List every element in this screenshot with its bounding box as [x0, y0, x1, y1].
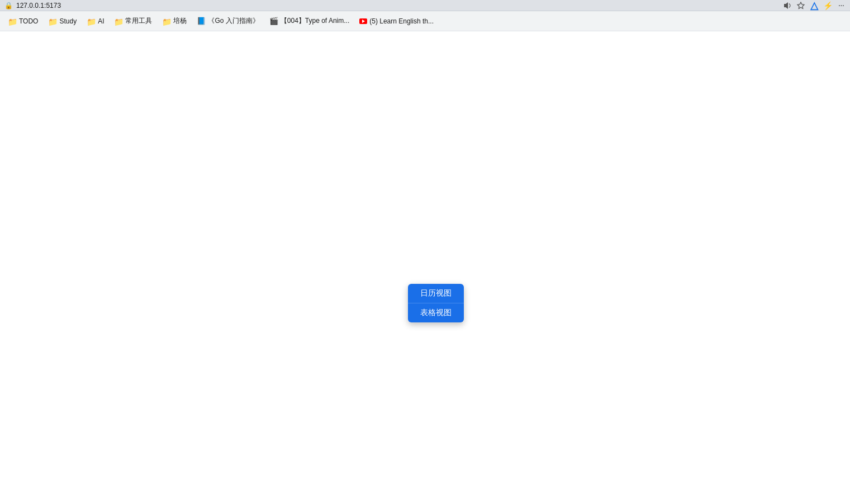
bookmark-type-anim[interactable]: 🎬 【004】Type of Anim...: [265, 14, 354, 28]
folder-icon-yangchang: [162, 17, 171, 25]
browser-top-bar: 🔒 127.0.0.1:5173 △ ⚡ ···: [0, 0, 850, 11]
read-aloud-icon[interactable]: [783, 1, 792, 10]
bookmark-study[interactable]: Study: [44, 15, 81, 27]
context-popup-menu: 日历视图 表格视图: [408, 284, 464, 322]
bookmark-yangchang-label: 培杨: [173, 16, 187, 26]
bookmark-learn-english[interactable]: (5) Learn English th...: [355, 15, 438, 27]
bookmarks-bar: TODO Study AI 常用工具 培杨 📘 《Go 入门指南》 🎬 【004…: [0, 11, 850, 31]
folder-icon-ai: [87, 17, 96, 25]
extensions-icon[interactable]: ⚡: [823, 1, 832, 10]
bookmark-todo[interactable]: TODO: [3, 15, 42, 27]
youtube-favicon: [359, 18, 367, 24]
bookmark-go-guide-label: 《Go 入门指南》: [208, 16, 259, 26]
profile-icon[interactable]: △: [810, 1, 819, 10]
url-text: 127.0.0.1:5173: [16, 2, 61, 9]
browser-top-right-icons: △ ⚡ ···: [783, 1, 846, 10]
type-anim-favicon: 🎬: [269, 17, 278, 26]
main-content: 日历视图 表格视图: [0, 31, 850, 504]
more-options-icon[interactable]: ···: [837, 1, 846, 10]
bookmark-study-label: Study: [59, 17, 77, 25]
bookmark-yangchang[interactable]: 培杨: [158, 14, 191, 28]
bookmark-type-anim-label: 【004】Type of Anim...: [281, 16, 349, 26]
bookmark-changyong[interactable]: 常用工具: [110, 14, 156, 28]
context-menu-calendar-view[interactable]: 日历视图: [408, 284, 464, 303]
address-bar-icon: 🔒: [4, 2, 13, 9]
bookmark-changyong-label: 常用工具: [125, 16, 152, 26]
address-bar[interactable]: 🔒 127.0.0.1:5173: [4, 2, 61, 9]
favorites-icon[interactable]: [796, 1, 805, 10]
folder-icon-changyong: [114, 17, 123, 25]
bookmark-ai[interactable]: AI: [82, 15, 108, 27]
go-guide-favicon: 📘: [197, 17, 206, 26]
folder-icon-study: [48, 17, 57, 25]
bookmark-ai-label: AI: [98, 17, 104, 25]
bookmark-todo-label: TODO: [19, 17, 38, 25]
folder-icon-todo: [8, 17, 17, 25]
bookmark-go-guide[interactable]: 📘 《Go 入门指南》: [192, 14, 263, 28]
bookmark-learn-english-label: (5) Learn English th...: [369, 17, 434, 25]
context-menu-table-view[interactable]: 表格视图: [408, 303, 464, 322]
